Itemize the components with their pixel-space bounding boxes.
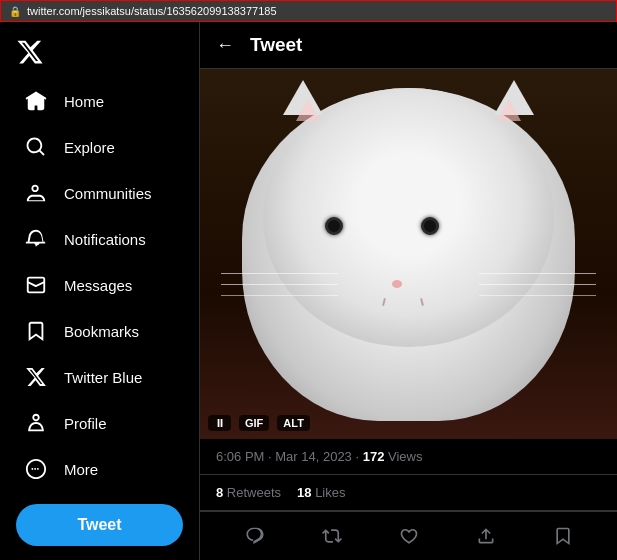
- tweet-header-title: Tweet: [250, 34, 302, 56]
- main-layout: Home Explore Communities Notifications M: [0, 22, 617, 560]
- explore-icon: [24, 136, 48, 158]
- sidebar-item-more-label: More: [64, 461, 98, 478]
- user-icon: [24, 412, 48, 434]
- sidebar-item-bookmarks-label: Bookmarks: [64, 323, 139, 340]
- sidebar-item-profile[interactable]: Profile: [8, 402, 191, 444]
- mail-icon: [24, 274, 48, 296]
- sidebar-item-communities[interactable]: Communities: [8, 172, 191, 214]
- sidebar-item-home-label: Home: [64, 93, 104, 110]
- tweet-stats: 8 Retweets 18 Likes: [200, 475, 617, 511]
- sidebar-item-twitter-blue-label: Twitter Blue: [64, 369, 142, 386]
- sidebar-item-profile-label: Profile: [64, 415, 107, 432]
- sidebar-item-explore-label: Explore: [64, 139, 115, 156]
- twitter-logo[interactable]: [0, 30, 199, 78]
- sidebar-item-notifications[interactable]: Notifications: [8, 218, 191, 260]
- reply-button[interactable]: [239, 520, 271, 552]
- sidebar-item-communities-label: Communities: [64, 185, 152, 202]
- media-controls: ⏸ GIF ALT: [208, 415, 310, 431]
- sidebar: Home Explore Communities Notifications M: [0, 22, 200, 560]
- like-count[interactable]: 18 Likes: [297, 485, 345, 500]
- tweet-action-bar: [200, 511, 617, 560]
- tweet-image: [200, 69, 617, 439]
- save-button[interactable]: [547, 520, 579, 552]
- alt-badge[interactable]: ALT: [277, 415, 310, 431]
- share-button[interactable]: [470, 520, 502, 552]
- tweet-button[interactable]: Tweet: [16, 504, 183, 546]
- tweet-header: ← Tweet: [200, 22, 617, 69]
- tweet-main: ← Tweet: [200, 22, 617, 560]
- communities-icon: [24, 182, 48, 204]
- url-text: twitter.com/jessikatsu/status/1635620991…: [27, 5, 277, 17]
- sidebar-item-home[interactable]: Home: [8, 80, 191, 122]
- retweet-number: 8: [216, 485, 223, 500]
- lock-icon: 🔒: [9, 6, 21, 17]
- more-circle-icon: [24, 458, 48, 480]
- sidebar-item-notifications-label: Notifications: [64, 231, 146, 248]
- sidebar-item-messages[interactable]: Messages: [8, 264, 191, 306]
- back-button[interactable]: ←: [216, 35, 234, 56]
- twitter-blue-icon: [24, 366, 48, 388]
- sidebar-item-twitter-blue[interactable]: Twitter Blue: [8, 356, 191, 398]
- tweet-meta: 6:06 PM · Mar 14, 2023 · 172 Views: [216, 449, 601, 464]
- play-pause-badge[interactable]: ⏸: [208, 415, 231, 431]
- tweet-timestamp-views: 6:06 PM · Mar 14, 2023 · 172 Views: [216, 449, 422, 464]
- sidebar-item-more[interactable]: More: [8, 448, 191, 490]
- sidebar-item-bookmarks[interactable]: Bookmarks: [8, 310, 191, 352]
- address-bar: 🔒 twitter.com/jessikatsu/status/16356209…: [0, 0, 617, 22]
- like-number: 18: [297, 485, 311, 500]
- tweet-info: 6:06 PM · Mar 14, 2023 · 172 Views: [200, 439, 617, 475]
- bookmark-icon: [24, 320, 48, 342]
- sidebar-item-messages-label: Messages: [64, 277, 132, 294]
- tweet-media-container: ⏸ GIF ALT: [200, 69, 617, 439]
- tweet-view-count: 172: [363, 449, 385, 464]
- sidebar-item-explore[interactable]: Explore: [8, 126, 191, 168]
- gif-badge: GIF: [239, 415, 269, 431]
- like-button[interactable]: [393, 520, 425, 552]
- home-icon: [24, 90, 48, 112]
- retweet-count[interactable]: 8 Retweets: [216, 485, 281, 500]
- bell-icon: [24, 228, 48, 250]
- retweet-button[interactable]: [316, 520, 348, 552]
